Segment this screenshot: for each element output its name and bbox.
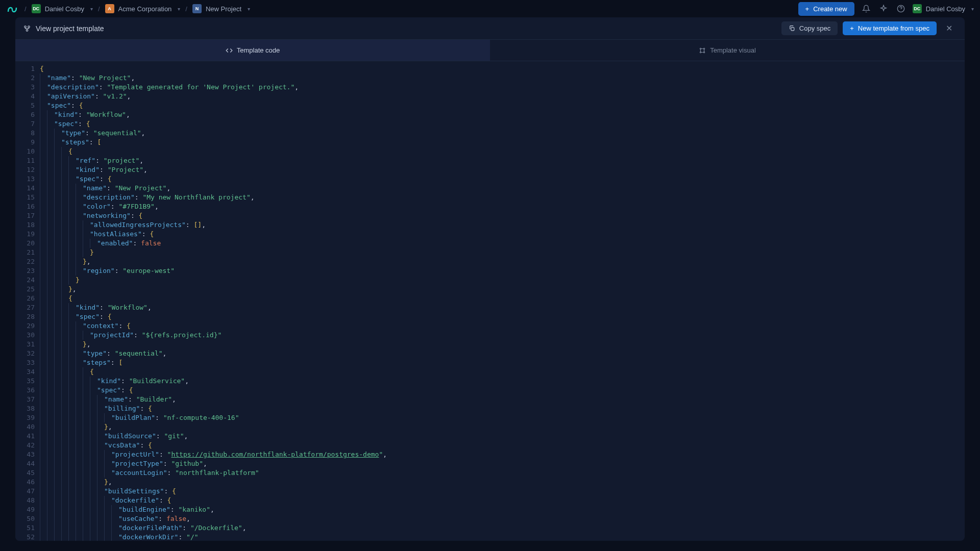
user-avatar-icon: DC <box>32 4 41 13</box>
plus-icon: + <box>805 5 810 13</box>
tab-template-visual[interactable]: Template visual <box>490 40 965 61</box>
sparkle-icon <box>879 5 888 13</box>
changelog-button[interactable] <box>878 3 889 14</box>
tab-visual-label: Template visual <box>710 46 756 54</box>
modal-title-text: View project template <box>36 24 104 33</box>
breadcrumb-user-label: Daniel Cosby <box>45 5 84 13</box>
copy-spec-label: Copy spec <box>799 24 830 32</box>
breadcrumb-sep: / <box>24 5 27 13</box>
help-icon <box>897 5 905 13</box>
line-gutter: 1234567891011121314151617181920212223242… <box>15 61 40 541</box>
user-menu[interactable]: DC Daniel Cosby ▾ <box>913 4 974 13</box>
project-avatar-icon: N <box>192 4 202 13</box>
chevron-down-icon: ▾ <box>178 6 180 12</box>
modal-header: View project template Copy spec + New te… <box>15 17 965 40</box>
modal-actions: Copy spec + New template from spec ✕ <box>781 21 957 35</box>
svg-point-8 <box>704 52 705 53</box>
topbar-right: + Create new DC Daniel Cosby ▾ <box>798 2 974 16</box>
tabs: Template code Template visual <box>15 40 965 61</box>
chevron-down-icon: ▾ <box>248 6 250 12</box>
user-menu-label: Daniel Cosby <box>926 5 965 13</box>
close-icon: ✕ <box>946 24 952 33</box>
code-editor[interactable]: 1234567891011121314151617181920212223242… <box>15 61 965 541</box>
tab-code-label: Template code <box>237 46 280 54</box>
chevron-down-icon: ▾ <box>971 6 974 12</box>
visual-icon <box>699 47 706 54</box>
chevron-down-icon: ▾ <box>90 6 93 12</box>
org-avatar-icon: A <box>105 4 114 13</box>
breadcrumb-user[interactable]: DC Daniel Cosby ▾ <box>32 4 93 13</box>
breadcrumb-org[interactable]: A Acme Corporation ▾ <box>105 4 181 13</box>
notifications-button[interactable] <box>861 3 872 14</box>
new-template-label: New template from spec <box>858 24 929 32</box>
tab-template-code[interactable]: Template code <box>15 40 490 61</box>
svg-point-2 <box>28 26 30 28</box>
breadcrumb-sep: / <box>98 5 100 13</box>
create-new-button[interactable]: + Create new <box>798 2 854 16</box>
svg-point-1 <box>24 26 27 28</box>
svg-rect-4 <box>791 28 794 31</box>
new-template-button[interactable]: + New template from spec <box>843 21 937 35</box>
help-button[interactable] <box>895 3 906 14</box>
template-modal: View project template Copy spec + New te… <box>15 17 965 541</box>
breadcrumb-sep: / <box>185 5 187 13</box>
user-avatar-icon: DC <box>913 4 922 13</box>
svg-point-5 <box>700 48 701 49</box>
logo[interactable] <box>6 2 20 16</box>
plus-icon: + <box>850 24 854 32</box>
svg-point-7 <box>700 52 701 53</box>
create-new-label: Create new <box>813 5 847 13</box>
close-button[interactable]: ✕ <box>942 21 957 35</box>
svg-point-3 <box>26 29 28 31</box>
breadcrumb-project-label: New Project <box>206 5 241 13</box>
code-content: {"name": "New Project","description": "T… <box>40 61 965 541</box>
svg-point-6 <box>704 48 705 49</box>
top-bar: / DC Daniel Cosby ▾ / A Acme Corporation… <box>0 0 980 17</box>
code-icon <box>226 47 233 54</box>
breadcrumb-project[interactable]: N New Project ▾ <box>192 4 250 13</box>
copy-spec-button[interactable]: Copy spec <box>781 21 838 35</box>
breadcrumb-org-label: Acme Corporation <box>118 5 172 13</box>
copy-icon <box>789 25 795 32</box>
bell-icon <box>862 5 870 13</box>
modal-title: View project template <box>23 24 104 33</box>
breadcrumb: / DC Daniel Cosby ▾ / A Acme Corporation… <box>24 4 794 13</box>
template-icon <box>23 25 31 32</box>
